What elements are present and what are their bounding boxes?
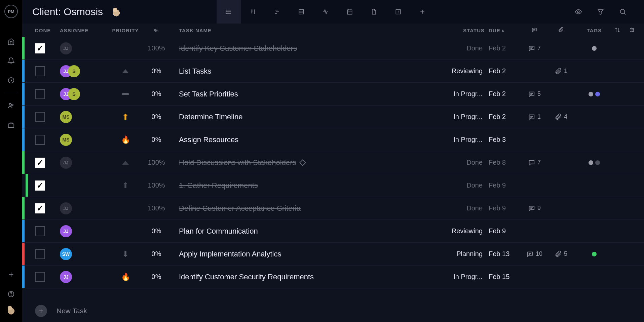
new-task-button[interactable]: + bbox=[35, 305, 47, 317]
view-activity-icon[interactable] bbox=[313, 0, 338, 24]
due-cell[interactable]: Feb 15 bbox=[489, 273, 521, 281]
help-icon[interactable] bbox=[0, 284, 22, 304]
view-risk-icon[interactable] bbox=[386, 0, 410, 24]
col-attachments[interactable] bbox=[548, 27, 574, 34]
assignee-avatar[interactable]: JJ bbox=[60, 202, 72, 214]
assignee-avatar[interactable]: JJ bbox=[60, 157, 72, 169]
done-checkbox[interactable] bbox=[35, 43, 45, 53]
new-task-row[interactable]: + New Task bbox=[22, 300, 644, 322]
due-cell[interactable]: Feb 9 bbox=[489, 182, 521, 189]
view-file-icon[interactable] bbox=[362, 0, 386, 24]
tag-dot[interactable] bbox=[589, 92, 593, 96]
priority-cell[interactable]: 🔥 bbox=[107, 135, 144, 144]
priority-cell[interactable]: ⬆ bbox=[107, 112, 144, 122]
recent-icon[interactable] bbox=[0, 71, 22, 90]
assignee-avatar[interactable]: S bbox=[68, 65, 80, 77]
col-done[interactable]: DONE bbox=[35, 28, 60, 33]
task-row[interactable]: JJ 100% Define Customer Acceptance Crite… bbox=[22, 197, 644, 220]
comments-count[interactable]: 7 bbox=[521, 45, 548, 52]
task-row[interactable]: MS 🔥 0% Assign Resources In Progr... Feb… bbox=[22, 128, 644, 151]
done-checkbox[interactable] bbox=[35, 180, 45, 191]
percent-cell[interactable]: 0% bbox=[144, 113, 169, 121]
comments-count[interactable]: 10 bbox=[521, 250, 548, 258]
done-checkbox[interactable] bbox=[35, 89, 45, 99]
done-checkbox[interactable] bbox=[35, 226, 45, 236]
percent-cell[interactable]: 100% bbox=[144, 159, 169, 166]
col-task-name[interactable]: TASK NAME bbox=[169, 28, 447, 33]
status-cell[interactable]: Reviewing bbox=[447, 67, 489, 75]
percent-cell[interactable]: 0% bbox=[144, 273, 169, 281]
status-cell[interactable]: Planning bbox=[447, 250, 489, 258]
percent-cell[interactable]: 0% bbox=[144, 136, 169, 144]
priority-cell[interactable] bbox=[107, 69, 144, 73]
col-due[interactable]: DUE▲ bbox=[489, 28, 521, 33]
done-checkbox[interactable] bbox=[35, 135, 45, 145]
task-name[interactable]: Plan for Communication bbox=[179, 227, 447, 236]
comments-count[interactable]: 9 bbox=[521, 205, 548, 212]
user-avatar[interactable] bbox=[5, 304, 17, 316]
comments-count[interactable]: 1 bbox=[521, 113, 548, 121]
done-checkbox[interactable] bbox=[35, 272, 45, 282]
percent-cell[interactable]: 0% bbox=[144, 227, 169, 235]
sort-icon[interactable] bbox=[614, 27, 629, 34]
task-name[interactable]: 1. Gather Requirements bbox=[179, 181, 447, 190]
status-cell[interactable]: Done bbox=[447, 204, 489, 212]
assignee-avatar[interactable]: S bbox=[68, 88, 80, 100]
task-row[interactable]: ⬆ 100% 1. Gather Requirements Done Feb 9 bbox=[22, 174, 644, 197]
tag-dot[interactable] bbox=[589, 160, 593, 165]
col-tags[interactable]: TAGS bbox=[574, 28, 614, 33]
tags-cell[interactable] bbox=[574, 160, 614, 165]
tags-cell[interactable] bbox=[574, 46, 614, 51]
due-cell[interactable]: Feb 13 bbox=[489, 250, 521, 258]
task-name[interactable]: Identify Key Customer Stakeholders bbox=[179, 44, 447, 53]
due-cell[interactable]: Feb 9 bbox=[489, 204, 521, 212]
priority-cell[interactable]: ⬇ bbox=[107, 249, 144, 259]
comments-count[interactable]: 5 bbox=[521, 90, 548, 98]
assignee-avatar[interactable]: MS bbox=[60, 111, 72, 123]
task-row[interactable]: SW ⬇ 0% Apply Implementation Analytics P… bbox=[22, 243, 644, 266]
col-status[interactable]: STATUS bbox=[447, 28, 489, 33]
col-priority[interactable]: PRIORITY bbox=[107, 28, 144, 33]
due-cell[interactable]: Feb 8 bbox=[489, 159, 521, 166]
team-icon[interactable] bbox=[0, 96, 22, 115]
status-cell[interactable]: Done bbox=[447, 182, 489, 189]
tag-dot[interactable] bbox=[595, 160, 600, 165]
status-cell[interactable]: In Progr... bbox=[447, 136, 489, 144]
col-percent[interactable]: % bbox=[144, 28, 169, 33]
watch-icon[interactable] bbox=[567, 0, 590, 24]
due-cell[interactable]: Feb 2 bbox=[489, 113, 521, 121]
status-cell[interactable]: In Progr... bbox=[447, 273, 489, 281]
tag-dot[interactable] bbox=[595, 92, 600, 96]
status-cell[interactable]: In Progr... bbox=[447, 113, 489, 121]
status-cell[interactable]: Done bbox=[447, 44, 489, 52]
col-assignee[interactable]: ASSIGNEE bbox=[60, 28, 107, 33]
portfolio-icon[interactable] bbox=[0, 115, 22, 135]
task-row[interactable]: JJS 0% List Tasks Reviewing Feb 2 1 bbox=[22, 60, 644, 83]
tag-dot[interactable] bbox=[592, 46, 597, 51]
tags-cell[interactable] bbox=[574, 92, 614, 96]
view-list-icon[interactable] bbox=[217, 0, 241, 24]
task-row[interactable]: JJ 0% Plan for Communication Reviewing F… bbox=[22, 220, 644, 243]
view-board-icon[interactable] bbox=[241, 0, 265, 24]
task-row[interactable]: JJS 0% Set Task Priorities In Progr... F… bbox=[22, 83, 644, 106]
view-calendar-icon[interactable] bbox=[338, 0, 362, 24]
due-cell[interactable]: Feb 2 bbox=[489, 67, 521, 75]
task-name[interactable]: List Tasks bbox=[179, 67, 447, 76]
assignee-avatar[interactable]: SW bbox=[60, 248, 72, 260]
task-row[interactable]: MS ⬆ 0% Determine Timeline In Progr... F… bbox=[22, 106, 644, 128]
due-cell[interactable]: Feb 2 bbox=[489, 90, 521, 98]
col-comments[interactable] bbox=[521, 27, 548, 34]
priority-cell[interactable] bbox=[107, 161, 144, 165]
task-row[interactable]: JJ 100% Hold Discussions with Stakeholde… bbox=[22, 151, 644, 174]
percent-cell[interactable]: 100% bbox=[144, 182, 169, 189]
attachments-count[interactable]: 4 bbox=[548, 113, 574, 121]
attachments-count[interactable]: 5 bbox=[548, 250, 574, 258]
project-member-avatar[interactable] bbox=[110, 6, 122, 18]
done-checkbox[interactable] bbox=[35, 203, 45, 213]
priority-cell[interactable]: ⬆ bbox=[107, 181, 144, 190]
priority-cell[interactable]: 🔥 bbox=[107, 273, 144, 281]
task-name[interactable]: Set Task Priorities bbox=[179, 90, 447, 98]
percent-cell[interactable]: 100% bbox=[144, 44, 169, 52]
assignee-avatar[interactable]: JJ bbox=[60, 42, 72, 54]
notifications-icon[interactable] bbox=[0, 51, 22, 71]
